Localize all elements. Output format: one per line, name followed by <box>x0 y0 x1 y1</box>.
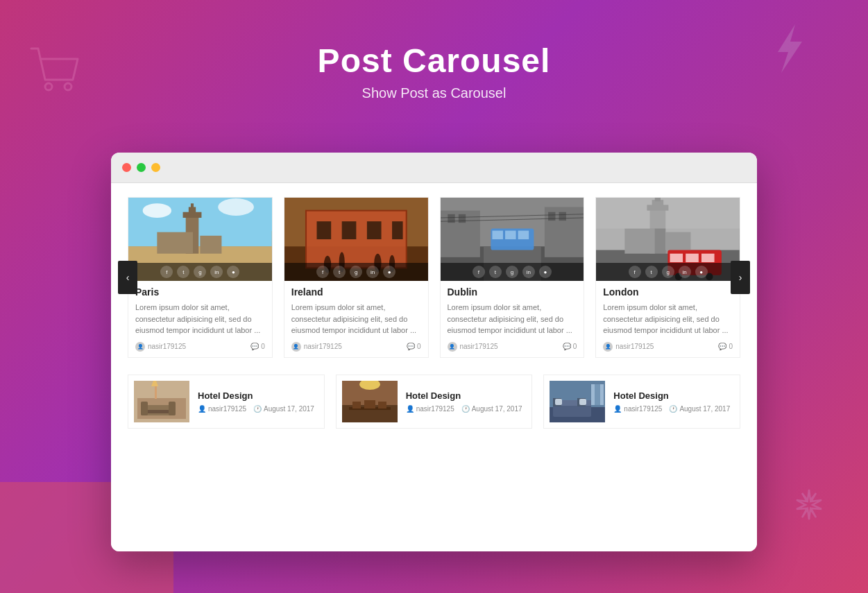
meta-author-dublin: 👤 nasir179125 <box>448 342 498 352</box>
svg-rect-35 <box>458 214 465 223</box>
svg-rect-61 <box>155 386 157 399</box>
post-card-dublin: f t g in ● Dublin Lorem ipsum dolor sit … <box>440 197 585 358</box>
social-linkedin[interactable]: in <box>210 266 223 278</box>
svg-rect-10 <box>200 236 221 254</box>
post-card-title-dublin: Dublin <box>448 286 577 298</box>
browser-dot-yellow[interactable] <box>151 163 160 172</box>
author-avatar-dublin: 👤 <box>448 342 457 352</box>
post-card-title-ireland: Ireland <box>291 286 421 298</box>
list-card-meta-hotel1: 👤 nasir179125 🕐 August 17, 2017 <box>198 405 318 413</box>
post-card-excerpt-london: Lorem ipsum dolor sit amet, consectetur … <box>603 302 733 336</box>
date-hotel3: August 17, 2017 <box>679 405 730 413</box>
svg-rect-49 <box>670 254 683 262</box>
svg-rect-67 <box>352 402 361 409</box>
carousel-prev-button[interactable]: ‹ <box>118 261 137 294</box>
comment-count-ireland: 0 <box>417 343 421 350</box>
meta-comment-ireland: 💬 0 <box>407 343 421 350</box>
date-icon-hotel3: 🕐 <box>669 405 677 413</box>
list-card-title-hotel1: Hotel Design <box>198 390 318 401</box>
social-twitter-london[interactable]: t <box>645 266 658 278</box>
svg-point-11 <box>143 203 171 218</box>
social-facebook[interactable]: f <box>160 266 173 278</box>
carousel-next-button[interactable]: › <box>731 261 750 294</box>
author-icon: 👤 <box>198 405 206 413</box>
list-card-hotel2: Hotel Design 👤 nasir179125 🕐 August 17, … <box>336 375 533 429</box>
comment-icon: 💬 <box>250 343 259 350</box>
author-avatar: 👤 <box>135 342 145 352</box>
browser-mockup: ‹ › <box>111 153 757 551</box>
post-card-london: f t g in ● London Lorem ipsum dolor sit … <box>595 197 740 358</box>
social-bar-london: f t g in ● <box>596 263 740 281</box>
social-google-ireland[interactable]: g <box>350 266 362 278</box>
meta-comment-dublin: 💬 0 <box>563 343 577 350</box>
social-google[interactable]: g <box>194 266 206 278</box>
author-name: nasir179125 <box>148 343 186 350</box>
social-facebook-ireland[interactable]: f <box>316 266 329 278</box>
post-card-title-london: London <box>603 286 733 298</box>
browser-dot-red[interactable] <box>122 163 131 172</box>
author-icon-hotel3: 👤 <box>613 405 622 413</box>
list-section: Hotel Design 👤 nasir179125 🕐 August 17, … <box>128 375 740 429</box>
post-card-paris: f t g in ● Paris Lorem ipsum dolor sit a… <box>128 197 273 358</box>
list-meta-date-hotel3: 🕐 August 17, 2017 <box>669 405 730 413</box>
svg-rect-54 <box>596 198 740 228</box>
page-title: Post Carousel <box>0 42 868 80</box>
browser-content: ‹ › <box>111 183 757 551</box>
svg-rect-31 <box>518 231 529 239</box>
post-card-meta-dublin: 👤 nasir179125 💬 0 <box>448 342 577 352</box>
social-other-london[interactable]: ● <box>695 266 708 278</box>
date-icon-hotel2: 🕐 <box>461 405 470 413</box>
post-card-meta-ireland: 👤 nasir179125 💬 0 <box>291 342 421 352</box>
social-linkedin-ireland[interactable]: in <box>366 266 379 278</box>
author-name-dublin: nasir179125 <box>460 343 498 350</box>
post-card-title-paris: Paris <box>135 286 265 298</box>
list-card-body-hotel3: Hotel Design 👤 nasir179125 🕐 August 17, … <box>613 390 734 413</box>
browser-toolbar <box>111 153 757 183</box>
list-meta-author-hotel1: 👤 nasir179125 <box>198 405 246 413</box>
date-hotel1: August 17, 2017 <box>264 405 314 413</box>
social-other-ireland[interactable]: ● <box>383 266 395 278</box>
post-card-meta-london: 👤 nasir179125 💬 0 <box>603 342 733 352</box>
svg-rect-8 <box>191 203 194 209</box>
svg-rect-77 <box>579 399 586 405</box>
svg-rect-20 <box>392 221 403 239</box>
post-card-body-dublin: Dublin Lorem ipsum dolor sit amet, conse… <box>441 281 584 357</box>
social-google-london[interactable]: g <box>662 266 674 278</box>
svg-point-12 <box>218 198 254 216</box>
svg-rect-17 <box>316 221 331 239</box>
post-card-body-ireland: Ireland Lorem ipsum dolor sit amet, cons… <box>284 281 428 357</box>
list-card-body-hotel2: Hotel Design 👤 nasir179125 🕐 August 17, … <box>406 390 527 413</box>
social-other-dublin[interactable]: ● <box>539 266 552 278</box>
social-bar-paris: f t g in ● <box>128 263 272 281</box>
list-card-image-hotel3 <box>550 381 605 422</box>
social-google-dublin[interactable]: g <box>506 266 518 278</box>
date-icon: 🕐 <box>253 405 262 413</box>
browser-dot-green[interactable] <box>137 163 146 172</box>
comment-count-dublin: 0 <box>573 343 577 350</box>
author-name-hotel2: nasir179125 <box>416 405 454 413</box>
meta-author-london: 👤 nasir179125 <box>603 342 654 352</box>
svg-rect-59 <box>169 402 176 415</box>
social-linkedin-dublin[interactable]: in <box>522 266 535 278</box>
social-facebook-dublin[interactable]: f <box>473 266 485 278</box>
author-name-hotel3: nasir179125 <box>624 405 662 413</box>
social-facebook-london[interactable]: f <box>629 266 641 278</box>
social-bar-ireland: f t g in ● <box>284 263 428 281</box>
social-twitter-dublin[interactable]: t <box>489 266 502 278</box>
author-avatar-london: 👤 <box>603 342 613 352</box>
author-name-hotel1: nasir179125 <box>208 405 246 413</box>
svg-rect-60 <box>148 410 169 413</box>
author-name-london: nasir179125 <box>615 343 654 350</box>
post-card-image-london: f t g in ● <box>596 198 740 281</box>
social-twitter-ireland[interactable]: t <box>333 266 346 278</box>
page-subtitle: Show Post as Carousel <box>0 85 868 101</box>
meta-comment-london: 💬 0 <box>718 343 733 350</box>
social-other[interactable]: ● <box>227 266 239 278</box>
social-bar-dublin: f t g in ● <box>441 263 584 281</box>
list-meta-author-hotel2: 👤 nasir179125 <box>406 405 454 413</box>
post-card-image-ireland: f t g in ● <box>284 198 428 281</box>
social-linkedin-london[interactable]: in <box>679 266 691 278</box>
svg-rect-37 <box>559 212 565 221</box>
social-twitter[interactable]: t <box>177 266 189 278</box>
carousel-grid: f t g in ● Paris Lorem ipsum dolor sit a… <box>128 197 740 358</box>
